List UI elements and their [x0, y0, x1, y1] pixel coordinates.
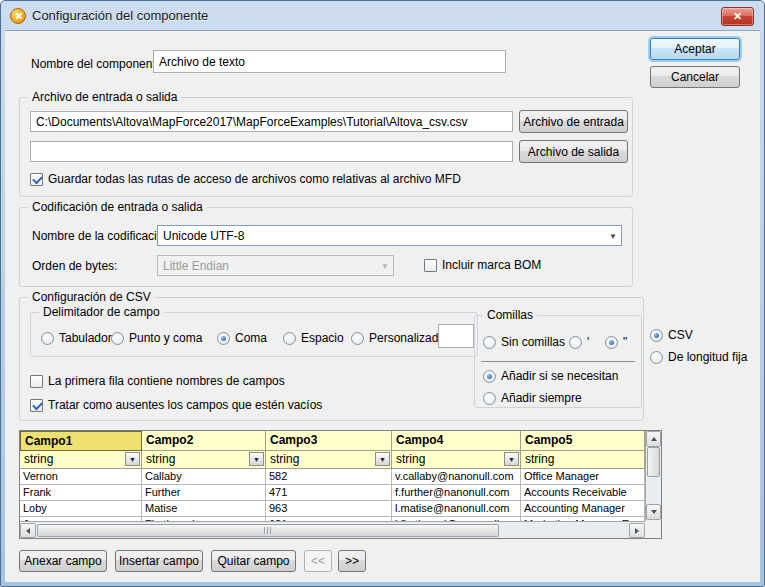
chevron-down-icon[interactable]: ▼ — [504, 452, 519, 466]
radio-personalizado[interactable]: Personalizado: — [351, 331, 448, 345]
remove-field-button[interactable]: Quitar campo — [211, 550, 296, 572]
radio-label: De longitud fija — [668, 350, 747, 364]
bom-label: Incluir marca BOM — [442, 258, 541, 272]
radio-csv-mode[interactable]: CSV — [650, 328, 693, 342]
scroll-down-button[interactable] — [646, 504, 661, 520]
byte-order-select: Little Endian ▼ — [157, 255, 394, 276]
encoding-select[interactable]: Unicode UTF-8 ▼ — [157, 225, 622, 246]
quotes-group: Comillas Sin comillas ' " Añadir si se n… — [474, 315, 642, 408]
radio-selected-icon — [217, 332, 230, 345]
table-row[interactable]: Vernon Callaby 582 v.callaby@nanonull.co… — [20, 469, 645, 485]
file-group: Archivo de entrada o salida Archivo de e… — [19, 97, 633, 197]
radio-comilla-doble[interactable]: " — [605, 335, 627, 349]
bom-checkbox[interactable]: Incluir marca BOM — [424, 258, 541, 272]
column-header-campo4[interactable]: Campo4 — [392, 431, 521, 451]
radio-coma[interactable]: Coma — [217, 331, 267, 345]
table-cell: Matise — [142, 501, 266, 517]
radio-sin-comillas[interactable]: Sin comillas — [483, 335, 565, 349]
horizontal-scrollbar[interactable] — [20, 521, 645, 538]
input-file-path-field[interactable] — [30, 111, 513, 132]
relative-paths-label: Guardar todas las rutas de acceso de arc… — [48, 172, 461, 186]
chevron-down-icon[interactable]: ▼ — [249, 452, 264, 466]
first-row-names-checkbox[interactable]: La primera fila contiene nombres de camp… — [30, 374, 285, 388]
radio-icon — [111, 332, 124, 345]
vertical-scrollbar[interactable] — [645, 431, 661, 521]
type-value: string — [525, 452, 554, 466]
close-button[interactable]: ✕ — [721, 7, 754, 26]
radio-icon — [351, 332, 364, 345]
append-field-button[interactable]: Anexar campo — [19, 550, 107, 572]
table-cell: Office Manager — [521, 469, 645, 485]
previous-field-button[interactable]: << — [304, 550, 332, 572]
chevron-down-icon[interactable]: ▼ — [375, 452, 390, 466]
vertical-scroll-thumb[interactable] — [647, 447, 660, 477]
title-bar[interactable]: Configuración del componente ✕ — [1, 1, 764, 30]
custom-delimiter-input[interactable] — [438, 324, 474, 348]
radio-icon — [283, 332, 296, 345]
column-header-campo3[interactable]: Campo3 — [266, 431, 392, 451]
column-header-campo5[interactable]: Campo5 — [521, 431, 645, 451]
next-field-button[interactable]: >> — [338, 550, 366, 572]
table-cell: 582 — [266, 469, 392, 485]
triangle-up-icon — [651, 437, 657, 441]
component-name-input[interactable] — [153, 50, 506, 73]
type-value: string — [270, 452, 299, 466]
column-header-campo2[interactable]: Campo2 — [142, 431, 266, 451]
table-cell: Accounting Manager — [521, 501, 645, 517]
field-preview-table: Campo1 Campo2 Campo3 Campo4 Campo5 strin… — [19, 430, 662, 539]
table-cell: Further — [142, 485, 266, 501]
table-row[interactable]: Frank Further 471 f.further@nanonull.com… — [20, 485, 645, 501]
radio-label: " — [623, 335, 627, 349]
radio-comilla-simple[interactable]: ' — [569, 335, 589, 349]
scroll-right-button[interactable] — [629, 523, 645, 538]
checkbox-unchecked-icon — [424, 259, 437, 272]
table-row[interactable]: Loby Matise 963 l.matise@nanonull.com Ac… — [20, 501, 645, 517]
cancel-button[interactable]: Cancelar — [650, 66, 740, 88]
csv-group-title: Configuración de CSV — [28, 290, 155, 304]
table-cell: l.matise@nanonull.com — [392, 501, 521, 517]
relative-paths-checkbox[interactable]: Guardar todas las rutas de acceso de arc… — [30, 172, 461, 186]
type-select-campo2[interactable]: string▼ — [142, 451, 266, 469]
radio-label: ' — [587, 335, 589, 349]
file-group-title: Archivo de entrada o salida — [28, 90, 181, 104]
checkbox-checked-icon — [30, 173, 43, 186]
type-select-campo1[interactable]: string▼ — [20, 451, 142, 469]
radio-punto-y-coma[interactable]: Punto y coma — [111, 331, 202, 345]
type-value: string — [396, 452, 425, 466]
output-file-button[interactable]: Archivo de salida — [519, 140, 628, 163]
type-select-campo4[interactable]: string▼ — [392, 451, 521, 469]
checkbox-checked-icon — [30, 399, 43, 412]
table-data-area: Vernon Callaby 582 v.callaby@nanonull.co… — [20, 469, 645, 521]
output-file-path-field[interactable] — [30, 141, 513, 162]
insert-field-button[interactable]: Insertar campo — [115, 550, 203, 572]
radio-anadir-siempre[interactable]: Añadir siempre — [483, 391, 582, 405]
chevron-down-icon[interactable]: ▼ — [125, 452, 140, 466]
scroll-left-button[interactable] — [20, 523, 36, 538]
type-select-campo5[interactable]: string — [521, 451, 645, 469]
radio-label: Punto y coma — [129, 331, 202, 345]
table-cell: Frank — [20, 485, 142, 501]
table-cell: Vernon — [20, 469, 142, 485]
column-header-campo1[interactable]: Campo1 — [20, 431, 142, 451]
csv-settings-group: Configuración de CSV Delimitador de camp… — [19, 297, 644, 421]
radio-label: Coma — [235, 331, 267, 345]
radio-anadir-si-se-necesitan[interactable]: Añadir si se necesitan — [483, 369, 618, 383]
delimiter-group-title: Delimitador de campo — [39, 305, 164, 319]
scroll-up-button[interactable] — [646, 431, 661, 447]
table-cell: Callaby — [142, 469, 266, 485]
type-select-campo3[interactable]: string▼ — [266, 451, 392, 469]
input-file-button[interactable]: Archivo de entrada — [519, 110, 628, 133]
chevron-down-icon: ▼ — [609, 231, 617, 240]
radio-label: Espacio — [301, 331, 344, 345]
radio-tabulador[interactable]: Tabulador — [41, 331, 112, 345]
radio-espacio[interactable]: Espacio — [283, 331, 344, 345]
dropdown-glyph: ▼ — [129, 456, 136, 463]
accept-button[interactable]: Aceptar — [650, 38, 740, 60]
empty-missing-checkbox[interactable]: Tratar como ausentes los campos que esté… — [30, 398, 322, 412]
table-header-row: Campo1 Campo2 Campo3 Campo4 Campo5 — [20, 431, 645, 451]
radio-fixed-length-mode[interactable]: De longitud fija — [650, 350, 747, 364]
component-name-label: Nombre del componente: — [31, 57, 166, 71]
chevron-down-icon: ▼ — [381, 261, 389, 270]
scrollbar-corner — [645, 521, 661, 538]
horizontal-scroll-thumb[interactable] — [37, 524, 499, 537]
